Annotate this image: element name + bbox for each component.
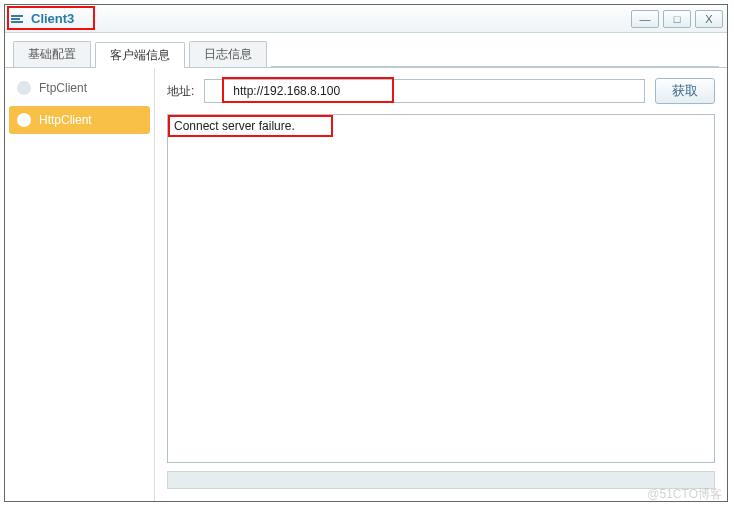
app-icon	[9, 11, 25, 27]
status-dot-icon	[17, 113, 31, 127]
content-area: FtpClient HttpClient 地址: 获取 Connect serv…	[5, 67, 727, 501]
tab-log-info[interactable]: 日志信息	[189, 41, 267, 67]
sidebar-item-httpclient[interactable]: HttpClient	[9, 106, 150, 134]
output-textarea[interactable]: Connect server failure.	[168, 115, 714, 462]
minimize-button[interactable]: —	[631, 10, 659, 28]
close-button[interactable]: X	[695, 10, 723, 28]
status-bar	[167, 471, 715, 489]
tab-basic-config[interactable]: 基础配置	[13, 41, 91, 67]
sidebar-item-ftpclient[interactable]: FtpClient	[9, 74, 150, 102]
main-panel: 地址: 获取 Connect server failure.	[155, 68, 727, 501]
tab-strip: 基础配置 客户端信息 日志信息	[5, 33, 727, 67]
title-bar: Client3 — □ X	[5, 5, 727, 33]
url-input[interactable]	[204, 79, 645, 103]
maximize-button[interactable]: □	[663, 10, 691, 28]
url-label: 地址:	[167, 83, 194, 100]
sidebar-item-label: HttpClient	[39, 113, 92, 127]
sidebar-item-label: FtpClient	[39, 81, 87, 95]
url-row: 地址: 获取	[167, 78, 715, 104]
client-list-sidebar: FtpClient HttpClient	[5, 68, 155, 501]
app-window: Client3 — □ X 基础配置 客户端信息 日志信息 FtpClient …	[4, 4, 728, 502]
output-text: Connect server failure.	[174, 119, 295, 133]
tab-client-info[interactable]: 客户端信息	[95, 42, 185, 68]
output-area-wrap: Connect server failure.	[167, 114, 715, 463]
url-input-wrap	[204, 79, 645, 103]
window-controls: — □ X	[631, 10, 723, 28]
window-title: Client3	[31, 11, 74, 26]
status-dot-icon	[17, 81, 31, 95]
watermark-text: @51CTO博客	[647, 486, 722, 503]
fetch-button[interactable]: 获取	[655, 78, 715, 104]
